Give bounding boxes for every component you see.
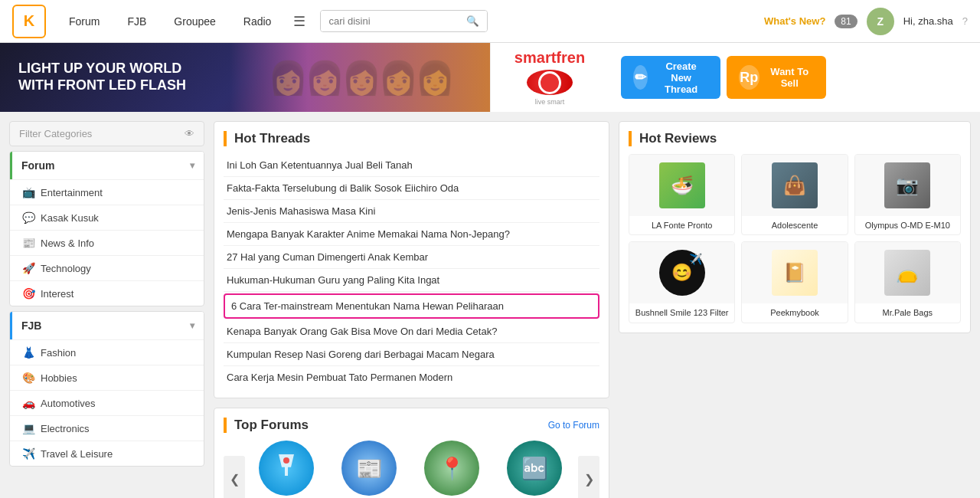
review-label: Mr.Pale Bags: [855, 303, 960, 322]
auto-icon: 🚗: [22, 397, 34, 409]
sidebar-section-fjb: FJB ▾ 👗 Fashion 🎨 Hobbies 🚗 Automotives …: [9, 311, 204, 467]
eye-icon: 👁: [185, 128, 194, 139]
sidebar-item-interest[interactable]: 🎯 Interest: [10, 280, 204, 306]
belt-visual: 👝: [884, 250, 930, 296]
review-label: Peekmybook: [742, 303, 847, 322]
thread-item[interactable]: Jenis-Jenis Mahasiswa Masa Kini: [224, 200, 599, 223]
thread-item[interactable]: 27 Hal yang Cuman Dimengerti Anak Kembar: [224, 246, 599, 269]
review-item-lafonte[interactable]: 🍜 LA Fonte Pronto: [629, 154, 735, 235]
logo[interactable]: K: [12, 5, 46, 38]
banner-actions: ✏ Create New Thread Rp Want To Sell: [609, 43, 838, 112]
forum-items-list: The Lounge 📰 Berita Dan Politik 📍: [248, 441, 575, 498]
notification-badge[interactable]: 81: [835, 15, 857, 28]
banner-headline: LIGHT UP YOUR WORLD WITH FRONT LED FLASH: [18, 61, 186, 93]
smartfren-tagline: live smart: [535, 98, 565, 106]
fashion-icon: 👗: [22, 346, 34, 359]
sidebar-item-automotives[interactable]: 🚗 Automotives: [10, 390, 204, 415]
hot-threads-title: Hot Threads: [224, 131, 599, 146]
sidebar-item-technology[interactable]: 🚀 Technology: [10, 255, 204, 280]
content-area: Hot Threads Ini Loh Gan Ketentuannya Jua…: [214, 121, 971, 498]
header: K Forum FJB Groupee Radio ☰ 🔍 What's New…: [0, 0, 980, 43]
search-box: 🔍: [320, 10, 488, 32]
kasak-icon: 💬: [22, 211, 34, 224]
sidebar-header-forum[interactable]: Forum ▾: [10, 152, 204, 179]
whats-new-link[interactable]: What's New?: [764, 15, 825, 27]
sidebar-item-kasak-kusuk[interactable]: 💬 Kasak Kusuk: [10, 205, 204, 230]
thread-item[interactable]: Kenapa Banyak Orang Gak Bisa Move On dar…: [224, 320, 599, 343]
avatar[interactable]: Z: [867, 8, 894, 35]
entertainment-icon: 📺: [22, 186, 34, 198]
thread-item-highlight[interactable]: 6 Cara Ter-mainstream Menentukan Nama He…: [224, 293, 599, 319]
banner-text: LIGHT UP YOUR WORLD WITH FRONT LED FLASH: [18, 61, 186, 93]
review-label: LA Fonte Pronto: [629, 216, 734, 234]
banner-main: LIGHT UP YOUR WORLD WITH FRONT LED FLASH…: [0, 43, 490, 112]
news-icon: 📰: [22, 237, 34, 249]
nav-groupee[interactable]: Groupee: [163, 15, 226, 28]
forum-item-berita[interactable]: 📰 Berita Dan Politik: [331, 441, 407, 498]
thread-item[interactable]: Kumpulan Resep Nasi Goreng dari Berbagai…: [224, 343, 599, 366]
sidebar-item-entertainment[interactable]: 📺 Entertainment: [10, 179, 204, 205]
forum-item-english[interactable]: 🔤 Fun With English: [496, 441, 573, 498]
forum-item-lounge[interactable]: The Lounge: [248, 441, 325, 498]
nav-radio[interactable]: Radio: [233, 15, 283, 28]
review-img-emoji: 😊 ✈️: [629, 242, 734, 303]
search-button[interactable]: 🔍: [459, 11, 487, 31]
sidebar-item-electronics[interactable]: 💻 Electronics: [10, 415, 204, 441]
review-item-mrpale[interactable]: 👝 Mr.Pale Bags: [854, 241, 961, 323]
english-icon: 🔤: [507, 441, 562, 496]
camera-visual: 📷: [884, 162, 930, 208]
hobbies-icon: 🎨: [22, 372, 34, 384]
banner-area: LIGHT UP YOUR WORLD WITH FRONT LED FLASH…: [0, 43, 980, 112]
tech-icon: 🚀: [22, 262, 34, 274]
bag-visual: 👜: [772, 162, 818, 208]
thread-item[interactable]: Fakta-Fakta Terselubung di Balik Sosok E…: [224, 177, 599, 200]
search-input[interactable]: [321, 11, 459, 31]
review-label: Olympus O-MD E-M10: [855, 216, 960, 234]
top-forums-box: Top Forums Go to Forum ❮: [214, 408, 609, 498]
content-main: Hot Threads Ini Loh Gan Ketentuannya Jua…: [214, 121, 971, 498]
hamburger-icon[interactable]: ☰: [288, 10, 311, 33]
thread-item[interactable]: Hukuman-Hukuman Guru yang Paling Kita In…: [224, 269, 599, 292]
center-column: Hot Threads Ini Loh Gan Ketentuannya Jua…: [214, 121, 609, 498]
review-label: Adolescente: [742, 216, 847, 234]
thread-item[interactable]: Ini Loh Gan Ketentuannya Jual Beli Tanah: [224, 154, 599, 177]
review-img-camera: 📷: [855, 155, 960, 216]
review-item-peekmybook[interactable]: 📔 Peekmybook: [741, 241, 848, 323]
create-thread-button[interactable]: ✏ Create New Thread: [621, 56, 720, 99]
forum-carousel: ❮ The Lounge: [224, 441, 599, 498]
thread-item[interactable]: Cara Kerja Mesin Pembuat Tato Permanen M…: [224, 366, 599, 388]
sidebar-item-hobbies[interactable]: 🎨 Hobbies: [10, 365, 204, 390]
sidebar-item-travel[interactable]: ✈️ Travel & Leisure: [10, 441, 204, 466]
go-to-forum-link[interactable]: Go to Forum: [548, 420, 599, 431]
review-img-food: 🍜: [629, 155, 734, 216]
review-img-book: 📔: [742, 242, 847, 303]
chevron-down-fjb-icon: ▾: [190, 320, 194, 331]
review-item-olympus[interactable]: 📷 Olympus O-MD E-M10: [854, 154, 961, 235]
hot-reviews-title: Hot Reviews: [629, 131, 961, 146]
top-forums-header: Top Forums Go to Forum: [224, 418, 599, 433]
nav-fjb[interactable]: FJB: [116, 15, 157, 28]
create-thread-icon: ✏: [633, 65, 648, 90]
review-img-belt: 👝: [855, 242, 960, 303]
food-visual: 🍜: [659, 162, 705, 208]
news-icon-forum: 📰: [341, 441, 397, 496]
smartfren-box: smartfren live smart: [490, 43, 609, 112]
review-item-adolescente[interactable]: 👜 Adolescente: [741, 154, 848, 235]
nav-forum[interactable]: Forum: [58, 15, 110, 28]
main-layout: Filter Categories 👁 Forum ▾ 📺 Entertainm…: [0, 112, 980, 498]
book-visual: 📔: [772, 250, 818, 296]
carousel-prev-button[interactable]: ❮: [224, 456, 245, 498]
thread-item[interactable]: Mengapa Banyak Karakter Anime Memakai Na…: [224, 223, 599, 246]
sidebar-item-fashion[interactable]: 👗 Fashion: [10, 339, 204, 365]
help-icon[interactable]: ?: [962, 15, 968, 27]
forum-item-latihan[interactable]: 📍 Buat Latihan Posting: [413, 441, 490, 498]
review-img-bag: 👜: [742, 155, 847, 216]
want-to-sell-button[interactable]: Rp Want To Sell: [727, 56, 826, 99]
review-item-bushnell[interactable]: 😊 ✈️ Bushnell Smile 123 Filter: [629, 241, 735, 323]
sidebar-item-news-info[interactable]: 📰 News & Info: [10, 230, 204, 255]
filter-categories[interactable]: Filter Categories 👁: [9, 121, 204, 146]
sidebar-header-fjb[interactable]: FJB ▾: [10, 312, 204, 339]
carousel-next-button[interactable]: ❯: [578, 456, 599, 498]
top-forums-title: Top Forums: [224, 418, 309, 433]
banner-people-image: 👩👩👩👩👩: [230, 43, 490, 112]
